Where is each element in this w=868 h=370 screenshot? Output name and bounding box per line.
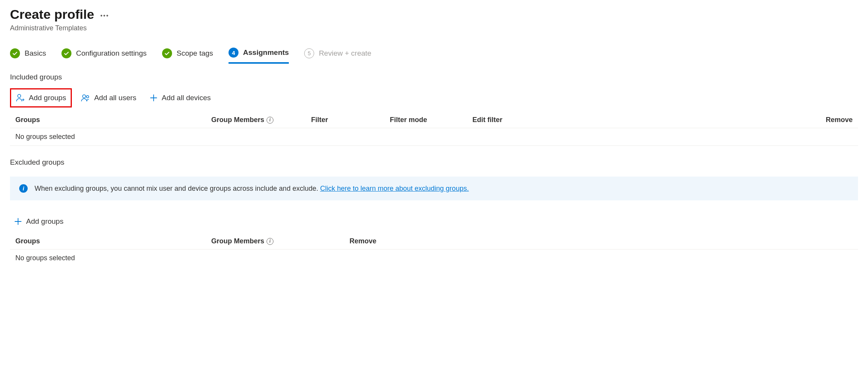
info-icon: i xyxy=(19,184,28,193)
excluded-table-header: Groups Group Members i Remove xyxy=(10,233,858,249)
people-icon xyxy=(81,93,90,102)
included-empty-row: No groups selected xyxy=(10,128,858,146)
add-all-devices-button[interactable]: Add all devices xyxy=(146,91,215,105)
add-all-users-button[interactable]: Add all users xyxy=(77,90,140,106)
step-label: Assignments xyxy=(243,48,289,57)
excluded-empty-row: No groups selected xyxy=(10,249,858,267)
excluded-toolbar: Add groups xyxy=(10,214,858,229)
wizard-steps: Basics Configuration settings Scope tags… xyxy=(10,48,858,64)
svg-point-1 xyxy=(83,95,86,98)
col-remove: Remove xyxy=(549,116,853,124)
info-text: When excluding groups, you cannot mix us… xyxy=(35,185,469,193)
page-subtitle: Administrative Templates xyxy=(10,24,858,32)
col-groups: Groups xyxy=(15,116,211,124)
add-groups-button[interactable]: Add groups xyxy=(12,90,70,106)
col-filter: Filter xyxy=(311,116,390,124)
add-groups-highlight: Add groups xyxy=(10,88,72,107)
page-title: Create profile xyxy=(10,7,94,22)
step-number-icon: 5 xyxy=(304,48,314,58)
plus-icon xyxy=(149,94,158,102)
step-label: Scope tags xyxy=(177,49,213,58)
col-group-members: Group Members i xyxy=(211,237,311,245)
step-scope-tags[interactable]: Scope tags xyxy=(162,48,213,64)
checkmark-icon xyxy=(162,48,172,58)
person-add-icon xyxy=(16,93,25,102)
step-configuration-settings[interactable]: Configuration settings xyxy=(61,48,147,64)
svg-point-2 xyxy=(86,96,89,98)
step-number-icon: 4 xyxy=(229,48,239,58)
button-label: Add all users xyxy=(94,94,136,102)
step-assignments[interactable]: 4 Assignments xyxy=(229,48,289,64)
col-filter-mode: Filter mode xyxy=(390,116,472,124)
info-icon[interactable]: i xyxy=(267,117,273,124)
col-groups: Groups xyxy=(15,237,211,245)
included-groups-title: Included groups xyxy=(10,73,858,81)
step-label: Review + create xyxy=(319,49,371,58)
empty-text: No groups selected xyxy=(15,133,75,141)
add-groups-button[interactable]: Add groups xyxy=(10,214,67,229)
col-edit-filter: Edit filter xyxy=(472,116,549,124)
more-icon[interactable]: ••• xyxy=(100,10,109,19)
included-toolbar: Add groups Add all users Add all devices xyxy=(10,88,858,107)
info-icon[interactable]: i xyxy=(267,238,273,245)
plus-icon xyxy=(14,217,22,226)
step-label: Configuration settings xyxy=(76,49,147,58)
checkmark-icon xyxy=(10,48,20,58)
col-remove: Remove xyxy=(311,237,853,245)
step-label: Basics xyxy=(25,49,46,58)
svg-point-0 xyxy=(18,94,21,97)
button-label: Add all devices xyxy=(162,94,211,102)
button-label: Add groups xyxy=(26,217,63,226)
excluded-info-box: i When excluding groups, you cannot mix … xyxy=(10,177,858,200)
included-table-header: Groups Group Members i Filter Filter mod… xyxy=(10,112,858,128)
step-basics[interactable]: Basics xyxy=(10,48,46,64)
col-group-members: Group Members i xyxy=(211,116,311,124)
step-review-create[interactable]: 5 Review + create xyxy=(304,48,371,64)
button-label: Add groups xyxy=(29,94,66,102)
excluded-groups-title: Excluded groups xyxy=(10,158,858,167)
empty-text: No groups selected xyxy=(15,254,75,262)
info-link[interactable]: Click here to learn more about excluding… xyxy=(320,185,469,192)
checkmark-icon xyxy=(61,48,71,58)
